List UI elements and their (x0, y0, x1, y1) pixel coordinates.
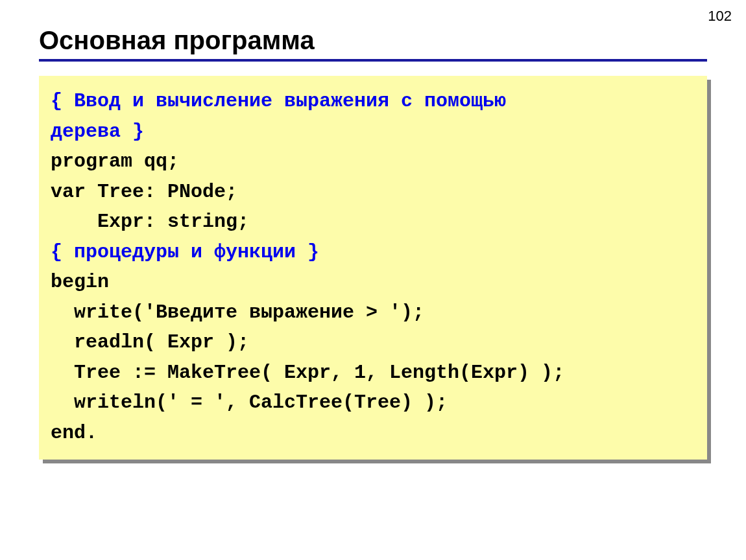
code-block: { Ввод и вычисление выражения с помощью … (39, 76, 707, 460)
code-line: readln( Expr ); (51, 331, 249, 353)
code-comment: { процедуры и функции } (51, 241, 319, 263)
code-comment: дерева } (51, 121, 144, 143)
code-line: program qq; (51, 150, 179, 172)
code-line: write('Введите выражение > '); (51, 301, 424, 323)
slide: 102 Основная программа { Ввод и вычислен… (0, 0, 746, 560)
code-comment: { Ввод и вычисление выражения с помощью (51, 90, 506, 112)
code-line: begin (51, 271, 109, 293)
code-line: Expr: string; (51, 211, 249, 233)
title-rule (39, 59, 707, 62)
code-line: writeln(' = ', CalcTree(Tree) ); (51, 391, 448, 414)
code-line: var Tree: PNode; (51, 181, 237, 203)
slide-title: Основная программа (39, 26, 707, 55)
code-line: end. (51, 422, 97, 444)
page-number: 102 (708, 8, 732, 25)
code-line: Tree := MakeTree( Expr, 1, Length(Expr) … (51, 362, 564, 384)
